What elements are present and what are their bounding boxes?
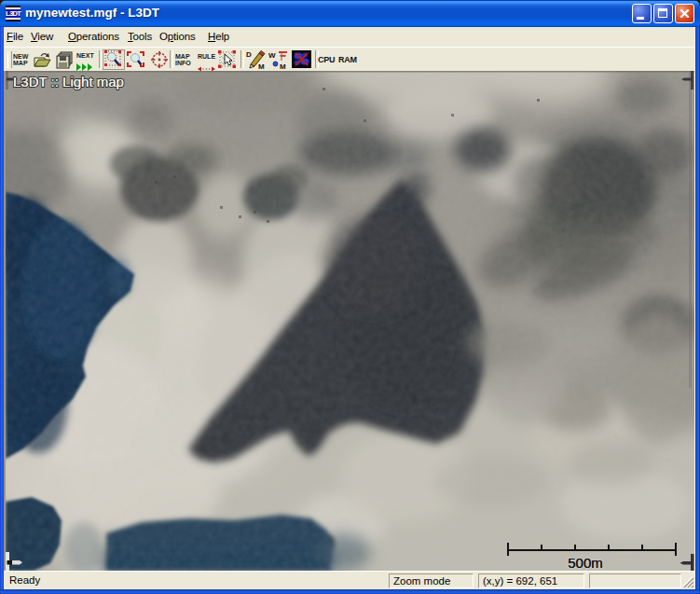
svg-text:L3DT :: Light map: L3DT :: Light map xyxy=(13,74,124,90)
svg-text:D: D xyxy=(246,50,252,59)
svg-text:W: W xyxy=(268,51,276,60)
svg-text:M: M xyxy=(258,62,265,70)
svg-text:500m: 500m xyxy=(568,555,603,571)
svg-text:M: M xyxy=(280,62,286,70)
